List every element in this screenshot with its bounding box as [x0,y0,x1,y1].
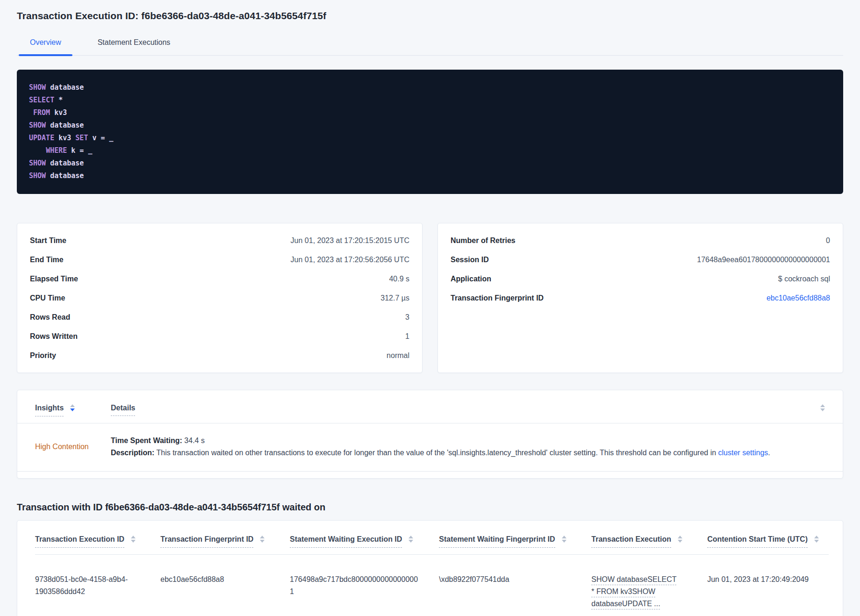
sql-text: database [46,172,84,180]
waited-on-table-card: Transaction Execution IDTransaction Fing… [17,520,843,616]
summary-row: Number of Retries0 [451,236,830,245]
column-header-statement-waiting-fingerprint-id[interactable]: Statement Waiting Fingerprint ID [439,535,591,548]
transaction-fingerprint-id-cell: ebc10ae56cfd88a8 [160,573,290,610]
sort-desc-arrow-icon [131,540,136,543]
sql-line: SHOW database [29,157,831,170]
summary-value: normal [387,351,409,360]
sql-line: SELECT * [29,94,831,107]
column-header-label: Contention Start Time (UTC) [707,535,808,548]
column-header-transaction-fingerprint-id[interactable]: Transaction Fingerprint ID [160,535,290,548]
summary-row: Rows Read3 [30,313,409,322]
session-summary-card: Number of Retries0Session ID17648a9eea60… [437,223,843,373]
column-header-details[interactable]: Details [111,403,135,412]
waited-on-heading: Transaction with ID f6be6366-da03-48de-a… [17,502,843,513]
sql-line: UPDATE kv3 SET v = _ [29,132,831,144]
summary-label: Application [451,274,491,283]
column-header-insights[interactable]: Insights [35,403,111,416]
sort-desc-arrow-icon [260,540,265,543]
sql-keyword: SET [75,134,88,142]
sort-asc-arrow-icon [260,536,265,538]
sql-text: * [54,96,63,104]
summary-label: Start Time [30,236,66,245]
sql-line: SHOW database [29,170,831,182]
sort-desc-arrow-icon [678,540,682,543]
sql-text: kv3 [50,108,67,117]
sort-icon [678,536,682,543]
summary-row: Application$ cockroach sql [451,274,830,283]
column-header-label: Insights [35,403,64,416]
waited-on-table-body: 9738d051-bc0e-4158-a9b4-1903586ddd42ebc1… [35,555,829,616]
sql-text: k = _ [67,146,92,155]
insight-description-line: Description: This transaction waited on … [111,447,825,459]
transaction-details-page: Transaction Execution ID: f6be6366-da03-… [0,10,860,616]
summary-label: CPU Time [30,294,65,302]
sort-icon [814,536,819,543]
summary-label: Session ID [451,255,489,264]
summary-label: Elapsed Time [30,274,78,283]
sql-keyword: SHOW [29,121,46,129]
column-header-label: Details [111,404,135,416]
summary-label: End Time [30,255,64,264]
statement-waiting-execution-id-cell: 176498a9c717bdc80000000000000001 [290,573,439,610]
sql-keyword: SELECT [29,96,54,104]
column-header-label: Transaction Execution [591,535,671,548]
insight-name-high-contention: High Contention [35,443,111,451]
sql-text: database [46,121,84,129]
sort-icon [70,404,75,411]
summary-cards-row: Start TimeJun 01, 2023 at 17:20:15:2015 … [17,223,843,373]
summary-label: Number of Retries [451,236,516,245]
sort-asc-arrow-icon [562,536,566,538]
insights-table-header: InsightsDetails [17,390,843,423]
insight-description-label: Description: [111,449,154,457]
sort-asc-arrow-icon [131,536,136,538]
summary-label: Transaction Fingerprint ID [451,294,544,302]
sort-desc-arrow-icon [70,408,75,411]
tab-statement-executions[interactable]: Statement Executions [98,38,171,55]
summary-row: Rows Written1 [30,332,409,341]
summary-value: 1 [405,332,409,341]
cluster-settings-link[interactable]: cluster settings [718,449,768,457]
sort-asc-arrow-icon [678,536,682,538]
summary-row: End TimeJun 01, 2023 at 17:20:56:2056 UT… [30,255,409,264]
sql-text [29,108,33,117]
column-header-label: Transaction Fingerprint ID [160,535,253,548]
summary-label: Rows Read [30,313,70,322]
column-header-statement-waiting-execution-id[interactable]: Statement Waiting Execution ID [290,535,439,548]
summary-value: 40.9 s [389,274,409,283]
sort-icon [408,536,413,543]
sql-text: kv3 [54,134,75,142]
sql-line: SHOW database [29,81,831,94]
sql-keyword: SHOW [29,172,46,180]
statement-waiting-fingerprint-id-cell: \xdb8922f077541dda [439,573,591,610]
sql-keyword: SHOW [29,83,46,92]
sql-line: SHOW database [29,119,831,132]
transaction-fingerprint-id-link[interactable]: ebc10ae56cfd88a8 [767,294,830,302]
tab-overview[interactable]: Overview [30,38,61,55]
time-spent-waiting-value: 34.4 s [184,437,205,444]
sort-asc-arrow-icon [814,536,819,538]
sql-text: database [46,159,84,167]
column-header-contention-start-time-utc-[interactable]: Contention Start Time (UTC) [707,535,829,548]
summary-row: CPU Time312.7 µs [30,294,409,302]
summary-row: Session ID17648a9eea60178000000000000000… [451,255,830,264]
sort-icon [260,536,265,543]
column-header-transaction-execution[interactable]: Transaction Execution [591,535,707,548]
time-spent-waiting-label: Time Spent Waiting: [111,437,182,444]
table-row: 9738d051-bc0e-4158-a9b4-1903586ddd42ebc1… [35,555,829,616]
column-header-transaction-execution-id[interactable]: Transaction Execution ID [35,535,160,548]
transaction-execution-statement-link[interactable]: SHOW databaseSELECT * FROM kv3SHOW datab… [591,573,680,610]
insight-details: Time Spent Waiting: 34.4 s Description: … [111,435,825,459]
sql-text: database [46,83,84,92]
transaction-execution-id-cell: 9738d051-bc0e-4158-a9b4-1903586ddd42 [35,573,160,610]
summary-row: Start TimeJun 01, 2023 at 17:20:15:2015 … [30,236,409,245]
insight-description-text: This transaction waited on other transac… [157,449,718,457]
sql-text [29,146,46,155]
sql-keyword: UPDATE [29,134,54,142]
summary-value: $ cockroach sql [778,274,830,283]
summary-label: Rows Written [30,332,78,341]
insight-description-suffix: . [768,449,770,457]
sort-asc-arrow-icon [70,404,75,407]
summary-value: 0 [826,236,830,245]
sql-line: WHERE k = _ [29,144,831,157]
column-header-label: Statement Waiting Execution ID [290,535,402,548]
